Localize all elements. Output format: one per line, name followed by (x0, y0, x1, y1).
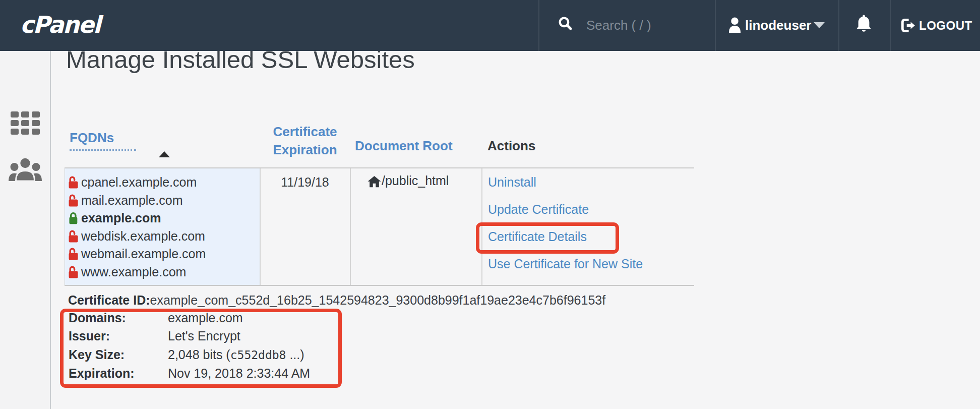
action-link-update-certificate[interactable]: Update Certificate (488, 196, 643, 223)
top-navbar: cPanel Search ( / ) linodeuser (0, 0, 980, 51)
detail-label: Issuer: (69, 329, 168, 343)
sidebar-item-apps[interactable] (0, 111, 50, 138)
table-header-actions: Actions (487, 138, 535, 154)
detail-value: Let's Encrypt (168, 329, 240, 343)
search-icon (558, 16, 573, 31)
fqdn-item: cpanel.example.com (65, 173, 260, 192)
table-header-document-root[interactable]: Document Root (355, 138, 453, 154)
sidebar (0, 51, 51, 409)
logout-button[interactable]: LOGOUT (891, 0, 980, 51)
certificate-id-value: example_com_c552d_16b25_1542594823_9300d… (150, 293, 606, 307)
action-link-use-certificate-for-new-site[interactable]: Use Certificate for New Site (488, 250, 643, 277)
sidebar-item-users[interactable] (0, 157, 50, 184)
column-divider (481, 168, 482, 285)
action-link-certificate-details[interactable]: Certificate Details (488, 223, 643, 250)
detail-row: Domains:example.com (69, 309, 310, 327)
detail-label: Key Size: (69, 347, 168, 362)
action-link-uninstall[interactable]: Uninstall (488, 168, 643, 196)
fqdn-domain: webmail.example.com (81, 247, 206, 261)
home-icon (368, 176, 381, 188)
table-header-certificate-expiration[interactable]: Certificate Expiration (260, 123, 350, 159)
search-box[interactable]: Search ( / ) (539, 0, 715, 51)
details-rows: Domains:example.comIssuer:Let's EncryptK… (69, 309, 310, 382)
detail-row: Expiration:Nov 19, 2018 2:33:44 AM (69, 364, 310, 383)
certificate-id-line: Certificate ID:example_com_c552d_16b25_1… (68, 293, 605, 308)
detail-label: Expiration: (69, 366, 168, 381)
cpanel-logo[interactable]: cPanel (20, 11, 100, 38)
certificate-id-label: Certificate ID: (68, 293, 150, 307)
bell-icon (855, 14, 873, 34)
open-lock-icon (68, 265, 79, 279)
logout-label: LOGOUT (919, 0, 972, 51)
fqdn-domain: example.com (81, 211, 161, 225)
detail-row: Issuer:Let's Encrypt (69, 327, 310, 346)
open-lock-icon (68, 176, 79, 189)
chevron-down-icon (814, 22, 825, 28)
user-icon (728, 17, 742, 33)
fqdn-domain: www.example.com (81, 265, 186, 279)
fqdn-domain: cpanel.example.com (81, 175, 197, 190)
actions-list: UninstallUpdate CertificateCertificate D… (488, 168, 643, 277)
sort-ascending-icon[interactable] (159, 151, 170, 157)
open-lock-icon (68, 194, 79, 207)
open-lock-icon (68, 229, 79, 243)
open-lock-icon (68, 247, 79, 261)
fqdn-item: example.com (65, 209, 260, 227)
user-menu[interactable]: linodeuser (715, 0, 838, 51)
detail-value: 2,048 bits (c552ddb8 ...) (168, 347, 304, 362)
users-group-icon (9, 157, 42, 182)
detail-value: example.com (168, 311, 243, 325)
detail-value: Nov 19, 2018 2:33:44 AM (168, 366, 310, 381)
closed-lock-icon (68, 211, 79, 225)
fqdn-item: webmail.example.com (65, 245, 260, 263)
fqdn-list: cpanel.example.commail.example.comexampl… (65, 168, 260, 285)
detail-label: Domains: (69, 311, 168, 325)
document-root-path: /public_html (382, 173, 449, 188)
fqdn-domain: mail.example.com (81, 193, 182, 208)
fqdn-item: webdisk.example.com (65, 227, 260, 246)
detail-row: Key Size:2,048 bits (c552ddb8 ...) (69, 345, 310, 364)
logout-icon (901, 18, 915, 33)
document-root-cell: /public_html (368, 173, 449, 188)
table-bottom-border (65, 285, 694, 286)
search-placeholder: Search ( / ) (586, 0, 651, 51)
notifications-button[interactable] (839, 0, 890, 51)
fqdn-item: mail.example.com (65, 192, 260, 210)
fqdn-domain: webdisk.example.com (81, 229, 205, 244)
apps-grid-icon (11, 111, 40, 138)
username: linodeuser (745, 0, 811, 51)
fqdn-item: www.example.com (65, 263, 260, 281)
certificate-expiration-value: 11/19/18 (260, 175, 350, 190)
table-header-fqdns[interactable]: FQDNs (70, 130, 136, 151)
